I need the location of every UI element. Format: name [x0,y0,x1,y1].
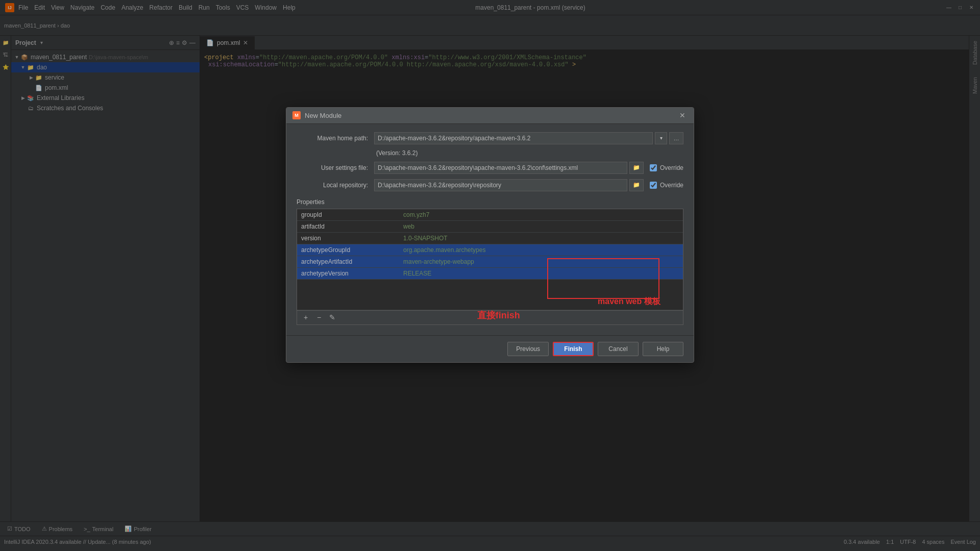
dialog-body: Maven home path: ▾ … (Version: 3.6.2) Us… [286,124,694,335]
modal-overlay: M New Module ✕ Maven home path: ▾ … [0,0,980,551]
dialog-icon: M [292,111,301,119]
maven-home-input[interactable] [374,132,653,144]
maven-home-browse[interactable]: … [669,132,683,144]
dialog-footer: Previous Finish Cancel Help [286,335,694,362]
prop-row-artifactid[interactable]: artifactId web [297,220,683,232]
local-repo-field: 📁 [374,179,644,191]
local-repo-input[interactable] [374,179,627,191]
prop-key-groupid: groupId [297,209,399,221]
previous-button[interactable]: Previous [507,342,549,356]
maven-home-dropdown[interactable]: ▾ [655,132,667,144]
override2-label: Override [660,182,683,189]
local-repo-row: Local repository: 📁 Override [297,179,683,191]
prop-value-archetype-groupid: org.apache.maven.archetypes [399,244,683,256]
override1-label: Override [660,164,683,171]
prop-key-archetype-groupid: archetypeGroupId [297,244,399,256]
prop-value-archetype-version: RELEASE [399,267,683,279]
properties-section: Properties groupId com.yzh7 artifactId [297,198,683,325]
dialog-titlebar: M New Module ✕ [286,108,694,124]
maven-home-label: Maven home path: [297,135,368,142]
properties-table: groupId com.yzh7 artifactId web version … [297,209,683,310]
override1-checkbox[interactable] [650,164,657,171]
maven-home-field: ▾ … [374,132,683,144]
prop-row-archetype-artifactid[interactable]: archetypeArtifactId maven-archetype-weba… [297,256,683,267]
override1-row: Override [650,164,683,171]
maven-version-text: (Version: 3.6.2) [374,149,418,157]
user-settings-label: User settings file: [297,164,368,171]
user-settings-browse[interactable]: 📁 [629,162,644,174]
edit-property-button[interactable]: ✎ [327,312,338,323]
cancel-button[interactable]: Cancel [598,342,639,356]
prop-row-groupid[interactable]: groupId com.yzh7 [297,209,683,221]
properties-title: Properties [297,198,683,206]
properties-table-wrap: groupId com.yzh7 artifactId web version … [297,209,683,325]
user-settings-row: User settings file: 📁 Override [297,162,683,174]
prop-row-empty [297,279,683,310]
prop-key-archetype-artifactid: archetypeArtifactId [297,256,399,267]
prop-key-version: version [297,232,399,244]
ide-window: IJ File Edit View Navigate Code Analyze … [0,0,980,551]
prop-row-archetype-version[interactable]: archetypeVersion RELEASE [297,267,683,279]
user-settings-input[interactable] [374,162,627,174]
override2-checkbox[interactable] [650,182,657,189]
user-settings-field: 📁 [374,162,644,174]
finish-button[interactable]: Finish [553,342,594,356]
prop-row-version[interactable]: version 1.0-SNAPSHOT [297,232,683,244]
dialog-close-button[interactable]: ✕ [677,110,688,120]
prop-key-artifactid: artifactId [297,220,399,232]
maven-home-row: Maven home path: ▾ … [297,132,683,144]
prop-value-archetype-artifactid: maven-archetype-webapp [399,256,683,267]
local-repo-label: Local repository: [297,182,368,189]
local-repo-browse[interactable]: 📁 [629,179,644,191]
prop-key-archetype-version: archetypeVersion [297,267,399,279]
help-button[interactable]: Help [643,342,683,356]
prop-value-artifactid: web [399,220,683,232]
override2-row: Override [650,182,683,189]
prop-value-groupid: com.yzh7 [399,209,683,221]
version-row: (Version: 3.6.2) [297,149,683,157]
prop-value-version: 1.0-SNAPSHOT [399,232,683,244]
remove-property-button[interactable]: − [313,312,325,323]
table-toolbar: + − ✎ [297,310,683,324]
prop-row-archetype-groupid[interactable]: archetypeGroupId org.apache.maven.archet… [297,244,683,256]
add-property-button[interactable]: + [300,312,311,323]
dialog-title: New Module [305,112,341,119]
new-module-dialog: M New Module ✕ Maven home path: ▾ … [286,107,694,363]
